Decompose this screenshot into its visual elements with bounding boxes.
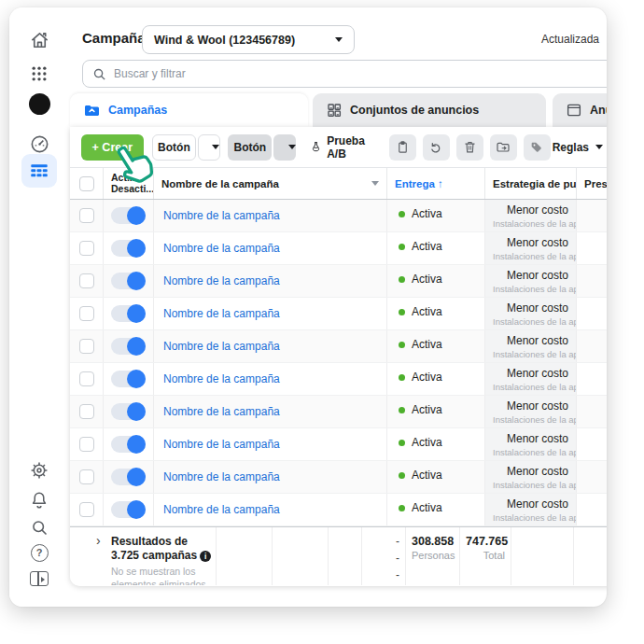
search-bar[interactable] bbox=[82, 60, 607, 88]
campaign-name-link[interactable]: Nombre de la campaña bbox=[163, 274, 280, 287]
column-delivery[interactable]: Entrega ↑ bbox=[387, 168, 485, 199]
row-toggle[interactable] bbox=[111, 338, 146, 355]
row-checkbox[interactable] bbox=[79, 208, 94, 223]
row-checkbox[interactable] bbox=[79, 469, 94, 484]
gear-icon[interactable] bbox=[27, 458, 51, 483]
row-checkbox[interactable] bbox=[79, 241, 94, 256]
campaign-name-link[interactable]: Nombre de la campaña bbox=[163, 209, 280, 222]
budget-cell bbox=[577, 363, 607, 395]
footer-empty-cell bbox=[574, 527, 607, 585]
chevron-down-icon bbox=[212, 145, 219, 149]
people-total-value: 308.858 bbox=[412, 535, 454, 548]
footer-total-cell: 747.765 Total bbox=[460, 527, 511, 585]
column-campaign-name[interactable]: Nombre de la campaña bbox=[154, 168, 387, 199]
bid-strategy-value: Menor costo bbox=[493, 334, 568, 347]
bid-strategy-value: Menor costo bbox=[493, 367, 568, 380]
row-checkbox[interactable] bbox=[79, 306, 94, 321]
row-toggle[interactable] bbox=[111, 403, 146, 420]
campaign-name-link[interactable]: Nombre de la campaña bbox=[163, 405, 280, 418]
row-toggle[interactable] bbox=[111, 371, 146, 387]
results-note-line1: No se muestran los bbox=[111, 566, 210, 579]
campaign-name-link[interactable]: Nombre de la campaña bbox=[163, 372, 280, 385]
create-button[interactable]: + Crear bbox=[81, 134, 144, 161]
row-toggle[interactable] bbox=[111, 305, 146, 322]
column-budget[interactable]: Presupuesto bbox=[577, 168, 607, 199]
bid-strategy-value: Menor costo bbox=[493, 432, 568, 445]
row-toggle[interactable] bbox=[111, 436, 146, 453]
home-icon[interactable] bbox=[27, 28, 51, 52]
footer-dash-cell: - - - bbox=[362, 527, 406, 585]
clipboard-button[interactable] bbox=[389, 134, 416, 161]
column-bid-strategy[interactable]: Estrategia de puja bbox=[485, 168, 577, 199]
budget-cell bbox=[577, 232, 607, 264]
row-checkbox[interactable] bbox=[79, 371, 94, 386]
help-icon[interactable]: ? bbox=[27, 540, 51, 565]
bid-strategy-subtext: Instalaciones de la app bbox=[493, 480, 568, 490]
sort-asc-icon: ↑ bbox=[438, 178, 443, 189]
campaign-name-link[interactable]: Nombre de la campaña bbox=[163, 438, 280, 451]
generic-button-1-dropdown[interactable] bbox=[198, 134, 220, 161]
row-toggle[interactable] bbox=[111, 207, 146, 224]
bid-strategy-subtext: Instalaciones de la app bbox=[493, 251, 568, 261]
grand-total-value: 747.765 bbox=[466, 535, 505, 548]
logo-avatar[interactable] bbox=[27, 91, 51, 116]
campaign-name-link[interactable]: Nombre de la campaña bbox=[163, 470, 280, 483]
table-row: Nombre de la campaña Activa Menor costo … bbox=[70, 330, 607, 363]
generic-button-2[interactable]: Botón bbox=[228, 134, 272, 161]
tab-campaigns[interactable]: Campañas bbox=[70, 93, 308, 127]
bid-strategy-subtext: Instalaciones de la app bbox=[493, 414, 568, 425]
generic-button-1[interactable]: Botón bbox=[152, 134, 197, 161]
row-checkbox[interactable] bbox=[79, 339, 94, 354]
tab-campaigns-label: Campañas bbox=[108, 104, 167, 117]
table-row: Nombre de la campaña Activa Menor costo … bbox=[70, 363, 607, 396]
results-summary[interactable]: › Resultados de 3.725 campañasi No se mu… bbox=[70, 527, 217, 585]
bid-strategy-value: Menor costo bbox=[493, 497, 568, 511]
account-selector[interactable]: Wind & Wool (123456789) bbox=[142, 25, 355, 54]
bid-strategy-subtext: Instalaciones de la app bbox=[493, 218, 568, 229]
row-toggle[interactable] bbox=[111, 273, 146, 289]
row-toggle[interactable] bbox=[111, 469, 146, 485]
clipboard-icon bbox=[396, 140, 410, 154]
generic-button-2-dropdown[interactable] bbox=[273, 134, 296, 161]
tag-button[interactable] bbox=[524, 134, 551, 161]
status-label: Activa bbox=[412, 305, 442, 318]
frame-icon bbox=[566, 102, 582, 119]
search-input[interactable] bbox=[114, 67, 606, 80]
bell-icon[interactable] bbox=[27, 488, 51, 512]
bid-strategy-value: Menor costo bbox=[493, 465, 568, 478]
search-icon bbox=[92, 67, 106, 81]
sort-caret-icon[interactable] bbox=[371, 181, 379, 186]
status-dot-icon bbox=[399, 244, 405, 250]
grid-icon bbox=[326, 102, 343, 119]
campaign-name-link[interactable]: Nombre de la campaña bbox=[163, 307, 280, 320]
row-checkbox[interactable] bbox=[79, 404, 94, 419]
tab-ad-sets[interactable]: Conjuntos de anuncios bbox=[313, 93, 546, 127]
row-toggle[interactable] bbox=[111, 240, 146, 257]
search-nav-icon[interactable] bbox=[27, 515, 51, 539]
row-toggle[interactable] bbox=[111, 501, 146, 518]
rules-button[interactable]: Reglas bbox=[551, 134, 605, 161]
row-checkbox[interactable] bbox=[79, 273, 94, 288]
status-dot-icon bbox=[399, 374, 405, 381]
gauge-icon[interactable] bbox=[27, 132, 51, 156]
ab-test-button[interactable]: Prueba A/B bbox=[306, 134, 383, 161]
campaign-name-link[interactable]: Nombre de la campaña bbox=[163, 242, 280, 255]
info-icon[interactable]: i bbox=[200, 551, 211, 562]
delete-button[interactable] bbox=[456, 134, 483, 161]
collapse-sidebar-icon[interactable] bbox=[27, 567, 51, 591]
export-folder-button[interactable] bbox=[490, 134, 517, 161]
campaigns-table-icon[interactable] bbox=[21, 154, 57, 188]
select-all-checkbox[interactable] bbox=[79, 176, 94, 191]
campaign-name-link[interactable]: Nombre de la campaña bbox=[163, 340, 280, 353]
tab-ads[interactable]: Anuncios bbox=[553, 93, 607, 127]
row-checkbox[interactable] bbox=[79, 502, 94, 517]
results-line1: Resultados de bbox=[111, 535, 210, 549]
updated-status: Actualizada bbox=[541, 33, 599, 46]
campaign-name-link[interactable]: Nombre de la campaña bbox=[163, 503, 280, 516]
undo-button[interactable] bbox=[423, 134, 450, 161]
row-checkbox[interactable] bbox=[79, 437, 94, 452]
account-selector-label: Wind & Wool (123456789) bbox=[154, 34, 295, 47]
expand-chevron-icon[interactable]: › bbox=[96, 533, 101, 548]
apps-grid-icon[interactable] bbox=[27, 62, 51, 86]
column-onoff[interactable]: Act... Desacti... bbox=[104, 168, 154, 199]
